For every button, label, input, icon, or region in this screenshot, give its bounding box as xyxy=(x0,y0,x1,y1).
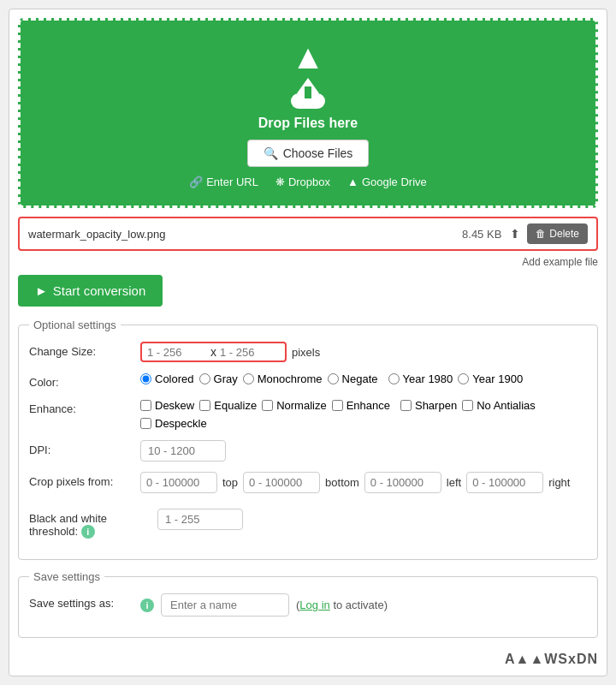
enhance-equalize[interactable]: Equalize xyxy=(199,399,257,412)
pixels-label: pixels xyxy=(292,346,320,359)
dropbox-link[interactable]: ❋ Dropbox xyxy=(275,176,330,188)
enhance-despeckle[interactable]: Despeckle xyxy=(140,417,207,430)
enhance-controls: Deskew Equalize Normalize Enhance Sharpe… xyxy=(140,399,587,430)
no-antialias-checkbox[interactable] xyxy=(462,400,473,411)
save-settings-row: Save settings as: i (Log in to activate) xyxy=(29,593,587,616)
color-negate[interactable]: Negate xyxy=(328,372,378,385)
color-gray[interactable]: Gray xyxy=(199,372,238,385)
main-container: ▲ Drop Files here 🔍 Choose Files 🔗 Enter… xyxy=(9,9,607,676)
color-colored[interactable]: Colored xyxy=(140,372,194,385)
normalize-checkbox[interactable] xyxy=(262,400,273,411)
save-settings-controls: i (Log in to activate) xyxy=(140,593,587,616)
extra-source-links: 🔗 Enter URL ❋ Dropbox ▲ Google Drive xyxy=(38,176,578,188)
crop-controls: top bottom left right xyxy=(140,472,587,498)
change-size-controls: x pixels xyxy=(140,342,587,362)
bw-threshold-controls xyxy=(157,509,587,530)
link-icon: 🔗 xyxy=(189,176,203,188)
enhance-row: Enhance: Deskew Equalize Normalize Enhan… xyxy=(29,399,587,430)
crop-row: Crop pixels from: top bottom left right xyxy=(29,472,587,498)
crop-top-row: top bottom xyxy=(140,472,359,493)
enhance-sharpen[interactable]: Sharpen xyxy=(400,399,457,412)
start-conversion-button[interactable]: ► Start conversion xyxy=(18,275,163,307)
save-settings-legend: Save settings xyxy=(29,570,104,583)
add-example-link[interactable]: Add example file xyxy=(18,256,598,268)
enhance-label: Enhance: xyxy=(29,399,132,415)
size-x-separator: x xyxy=(210,345,216,359)
search-icon: 🔍 xyxy=(264,146,278,160)
login-link[interactable]: Log in xyxy=(299,599,329,611)
trash-icon: 🗑 xyxy=(536,228,546,240)
colored-radio[interactable] xyxy=(140,373,151,384)
sharpen-checkbox[interactable] xyxy=(400,400,412,411)
google-drive-icon: ▲ xyxy=(347,176,358,188)
crop-right-input[interactable] xyxy=(466,472,543,493)
change-size-row: Change Size: x pixels xyxy=(29,342,587,362)
bw-threshold-input[interactable] xyxy=(157,509,243,530)
dpi-input[interactable] xyxy=(140,440,226,462)
file-size: 8.45 KB xyxy=(462,228,501,241)
despeckle-checkbox[interactable] xyxy=(140,418,151,429)
upload-cloud-icon: ▲ xyxy=(38,38,578,110)
color-year1900[interactable]: Year 1900 xyxy=(458,372,523,385)
play-icon: ► xyxy=(35,283,48,298)
crop-bottom-label: bottom xyxy=(325,476,359,489)
crop-bottom-input[interactable] xyxy=(243,472,320,493)
page-footer: A▲▲WSxDN xyxy=(18,648,598,667)
enhance-deskew[interactable]: Deskew xyxy=(140,399,194,412)
crop-left-input[interactable] xyxy=(364,472,441,493)
drop-zone[interactable]: ▲ Drop Files here 🔍 Choose Files 🔗 Enter… xyxy=(18,18,598,208)
crop-right-label: right xyxy=(548,476,570,489)
color-row: Color: Colored Gray Monochrome Negate Ye… xyxy=(29,372,587,389)
negate-radio[interactable] xyxy=(328,373,339,384)
bw-threshold-info-icon[interactable]: i xyxy=(81,525,95,539)
enhance-checkbox[interactable] xyxy=(332,400,343,411)
choose-files-button[interactable]: 🔍 Choose Files xyxy=(247,140,370,167)
color-controls: Colored Gray Monochrome Negate Year 1980… xyxy=(140,372,587,385)
save-info-icon[interactable]: i xyxy=(140,599,154,612)
change-size-label: Change Size: xyxy=(29,342,132,358)
color-label: Color: xyxy=(29,372,132,389)
delete-button[interactable]: 🗑 Delete xyxy=(527,223,588,244)
google-drive-link[interactable]: ▲ Google Drive xyxy=(347,176,427,188)
dpi-row: DPI: xyxy=(29,440,587,462)
year1980-radio[interactable] xyxy=(388,373,400,384)
save-name-input[interactable] xyxy=(161,593,289,616)
file-name-input[interactable] xyxy=(28,228,462,241)
dpi-controls xyxy=(140,440,587,462)
enhance-no-antialias[interactable]: No Antialias xyxy=(462,399,536,412)
enhance-normalize[interactable]: Normalize xyxy=(262,399,327,412)
drop-text: Drop Files here xyxy=(38,116,578,131)
crop-left-row: left right xyxy=(364,472,571,493)
color-monochrome[interactable]: Monochrome xyxy=(243,372,323,385)
crop-left-label: left xyxy=(447,476,461,489)
optional-settings-legend: Optional settings xyxy=(29,319,121,331)
save-settings-label: Save settings as: xyxy=(29,593,132,610)
dpi-label: DPI: xyxy=(29,440,132,456)
enter-url-link[interactable]: 🔗 Enter URL xyxy=(189,176,258,188)
crop-label: Crop pixels from: xyxy=(29,472,132,488)
monochrome-radio[interactable] xyxy=(243,373,254,384)
color-year1980[interactable]: Year 1980 xyxy=(388,372,453,385)
optional-settings-section: Optional settings Change Size: x pixels … xyxy=(18,319,598,560)
site-logo: A▲▲WSxDN xyxy=(505,652,598,667)
upload-small-icon: ⬆ xyxy=(510,227,520,241)
dropbox-icon: ❋ xyxy=(275,176,285,188)
year1900-radio[interactable] xyxy=(458,373,469,384)
crop-top-input[interactable] xyxy=(140,472,217,493)
equalize-checkbox[interactable] xyxy=(199,400,210,411)
svg-rect-2 xyxy=(305,86,311,98)
save-settings-section: Save settings Save settings as: i (Log i… xyxy=(18,570,598,638)
height-input[interactable] xyxy=(220,346,280,359)
enhance-enhance[interactable]: Enhance xyxy=(332,399,390,412)
file-row: 8.45 KB ⬆ 🗑 Delete xyxy=(18,217,598,251)
gray-radio[interactable] xyxy=(199,373,210,384)
crop-top-label: top xyxy=(222,476,238,489)
deskew-checkbox[interactable] xyxy=(140,400,151,411)
size-input-wrapper: x xyxy=(140,342,287,362)
bw-threshold-row: Black and white threshold: i xyxy=(29,509,587,539)
activate-text: (Log in to activate) xyxy=(296,599,388,611)
bw-threshold-label: Black and white threshold: i xyxy=(29,509,149,539)
width-input[interactable] xyxy=(147,346,207,359)
